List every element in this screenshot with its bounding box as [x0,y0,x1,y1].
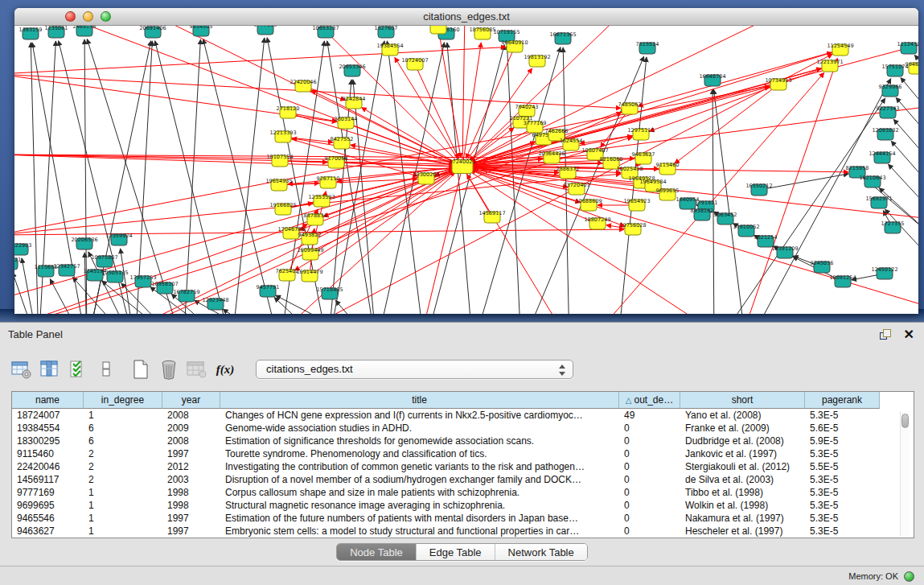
table-cell[interactable]: Investigating the contribution of common… [220,460,619,473]
table-cell[interactable]: 1998 [162,486,220,499]
column-header-name[interactable]: name [12,392,84,409]
table-cell[interactable]: 0 [619,512,680,525]
delete-table-icon[interactable] [158,359,179,380]
table-cell[interactable]: 49 [619,409,680,422]
table-cell[interactable]: 1 [84,512,162,525]
table-cell[interactable]: 18724007 [12,409,84,422]
function-builder-icon[interactable]: f(x) [215,359,236,380]
graph-edge-black[interactable] [183,39,200,314]
table-cell[interactable]: 0 [619,486,680,499]
new-table-icon[interactable] [130,359,151,380]
vertical-scrollbar[interactable] [900,411,910,536]
table-cell[interactable]: 0 [619,499,680,512]
table-cell[interactable]: Jankovic et al. (1997) [680,447,805,460]
table-cell[interactable]: 1997 [162,447,220,460]
table-cell[interactable]: 6 [84,422,162,435]
column-header-out_de[interactable]: △out_de… [619,392,680,409]
table-cell[interactable]: 0 [619,435,680,447]
tab-edge-table[interactable]: Edge Table [416,544,495,560]
table-cell[interactable]: 2008 [162,435,220,447]
table-cell[interactable]: 9115460 [12,447,84,460]
table-cell[interactable]: 19384554 [12,422,84,435]
table-cell[interactable]: Dudbridge et al. (2008) [680,435,805,447]
table-row[interactable]: 911546021997Tourette syndrome. Phenomeno… [12,447,914,460]
column-header-title[interactable]: title [220,392,619,409]
table-cell[interactable]: 9463627 [12,525,84,538]
table-cell[interactable]: 6 [84,435,162,447]
table-cell[interactable]: 0 [619,473,680,486]
table-cell[interactable]: 2008 [162,409,220,422]
graph-edge-red[interactable] [462,167,577,314]
graph-edge-black[interactable] [896,97,918,138]
row-select-checks-icon[interactable] [68,359,88,380]
table-cell[interactable]: 9465546 [12,512,84,525]
table-cell[interactable]: Tourette syndrome. Phenomenology and cla… [220,447,619,460]
graph-edge-black[interactable] [203,39,280,314]
table-cell[interactable]: 0 [619,422,680,435]
table-cell[interactable]: 2 [84,447,162,460]
graph-edge-red[interactable] [462,43,481,167]
graph-edge-red[interactable] [649,66,830,131]
graph-edge-black[interactable] [50,279,87,314]
graph-edge-black[interactable] [713,89,746,314]
graph-edge-black[interactable] [893,119,918,163]
table-cell[interactable]: 2 [84,460,162,473]
network-window-titlebar[interactable]: citations_edges.txt [14,8,918,26]
table-select[interactable]: citations_edges.txt [256,360,573,379]
table-cell[interactable]: 5.3E-5 [805,409,880,422]
table-settings-icon[interactable] [11,359,32,380]
graph-edge-black[interactable] [891,141,918,187]
tab-node-table[interactable]: Node Table [337,544,416,560]
table-cell[interactable]: Wolkin et al. (1998) [680,499,805,512]
table-cell[interactable]: 1997 [162,525,220,538]
import-table-icon[interactable] [187,359,207,380]
table-cell[interactable]: 14569117 [12,473,84,486]
table-cell[interactable]: Corpus callosum shape and size in male p… [220,486,619,499]
table-cell[interactable]: 18300295 [12,435,84,447]
table-row[interactable]: 969969511998Structural magnetic resonanc… [12,499,914,512]
graph-edge-black[interactable] [473,47,561,314]
table-cell[interactable]: Tibbo et al. (1998) [680,486,805,499]
table-cell[interactable]: 2003 [162,473,220,486]
close-icon[interactable]: ✕ [904,328,914,341]
table-cell[interactable]: 1998 [162,499,220,512]
graph-edge-black[interactable] [155,41,232,314]
graph-edge-red[interactable] [14,47,506,74]
table-cell[interactable]: Franke et al. (2009) [680,422,805,435]
memory-indicator-icon[interactable] [904,571,914,582]
table-cell[interactable]: Yano et al. (2008) [680,409,805,422]
table-cell[interactable]: 5.9E-5 [805,435,880,447]
table-cell[interactable]: Hescheler et al. (1997) [680,525,805,538]
graph-edge-red[interactable] [143,26,462,167]
table-row[interactable]: 1456911722003Disruption of a novel membe… [12,473,914,486]
table-cell[interactable]: Disruption of a novel member of a sodium… [220,473,619,486]
table-cell[interactable]: 9699695 [12,499,84,512]
table-cell[interactable]: 2012 [162,460,220,473]
table-cell[interactable]: 5.3E-5 [805,447,880,460]
table-cell[interactable]: de Silva et al. (2003) [680,473,805,486]
table-row[interactable]: 946554611997Estimation of the future num… [12,512,914,525]
table-row[interactable]: 977716911998Corpus callosum shape and si… [12,486,914,499]
table-cell[interactable]: 1997 [162,512,220,525]
table-cell[interactable]: 0 [619,460,680,473]
table-cell[interactable]: Estimation of significance thresholds fo… [220,435,619,447]
table-row[interactable]: 1830029562008Estimation of significance … [12,435,914,447]
table-cell[interactable]: Nakamura et al. (1997) [680,512,805,525]
table-cell[interactable]: 5.3E-5 [805,486,880,499]
table-cell[interactable]: Stergiakouli et al. (2012) [680,460,805,473]
table-cell[interactable]: Genome-wide association studies in ADHD. [220,422,619,435]
table-cell[interactable]: Structural magnetic resonance image aver… [220,499,619,512]
table-cell[interactable]: 0 [619,447,680,460]
table-cell[interactable]: Changes of HCN gene expression and I(f) … [220,409,619,422]
column-header-short[interactable]: short [680,392,805,409]
column-header-in_degree[interactable]: in_degree [84,392,162,409]
table-cell[interactable]: 9777169 [12,486,84,499]
table-cell[interactable]: 0 [619,525,680,538]
column-header-pagerank[interactable]: pagerank [805,392,880,409]
column-visibility-icon[interactable] [39,359,60,380]
table-cell[interactable]: 5.3E-5 [805,473,880,486]
table-row[interactable]: 2242004622012Investigating the contribut… [12,460,914,473]
table-cell[interactable]: 1 [84,409,162,422]
table-cell[interactable]: 1 [84,525,162,538]
table-cell[interactable]: 5.3E-5 [805,499,880,512]
